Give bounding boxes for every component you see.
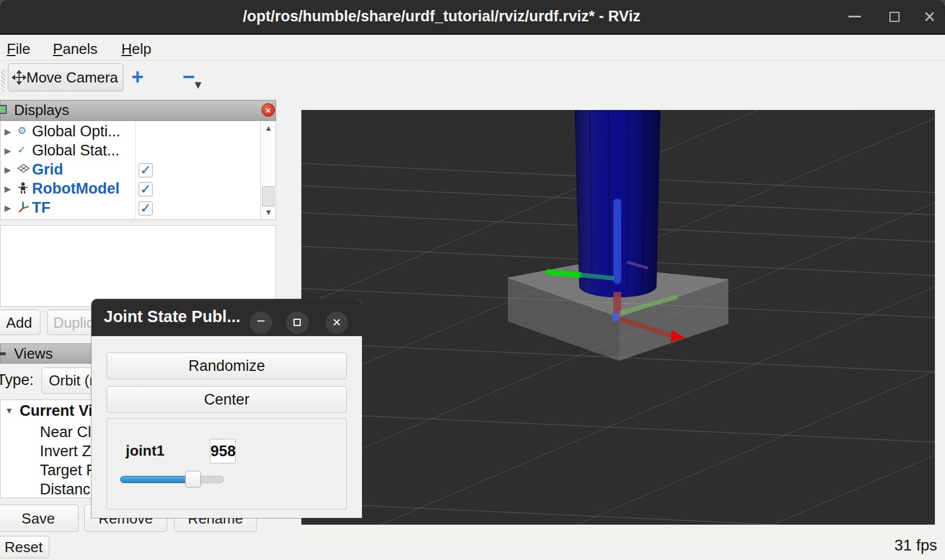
fps-counter: 31 fps: [864, 536, 937, 554]
add-display-button[interactable]: Add: [0, 310, 40, 335]
z-axis-rod: [613, 199, 621, 284]
viewport-3d-scene: [301, 110, 935, 525]
expander-icon[interactable]: ▶: [4, 146, 11, 156]
scroll-up-icon[interactable]: ▲: [261, 121, 276, 135]
tf-axes-icon: [17, 201, 30, 214]
render-viewport[interactable]: [301, 110, 935, 525]
window-minimize-icon[interactable]: [848, 16, 861, 17]
distance-label[interactable]: Distanc: [40, 481, 90, 498]
randomize-button[interactable]: Randomize: [107, 352, 347, 379]
dialog-title: Joint State Publ...: [104, 307, 240, 326]
current-view-label[interactable]: Current Vi: [20, 402, 93, 420]
gear-icon: ⚙: [17, 125, 30, 138]
expander-icon[interactable]: ▶: [4, 165, 11, 175]
reset-button[interactable]: Reset: [0, 536, 49, 558]
joint1-slider[interactable]: [120, 471, 224, 488]
row-label[interactable]: Global Stat...: [32, 142, 120, 159]
robotmodel-checkbox[interactable]: ✓: [139, 182, 153, 196]
toolbar: Move Camera + − ▼: [0, 61, 945, 99]
displays-close-icon[interactable]: ×: [262, 103, 275, 117]
menu-file[interactable]: File: [4, 39, 33, 59]
toolbar-overflow-icon[interactable]: ▼: [192, 79, 204, 91]
view-type-label: Type:: [0, 371, 34, 389]
joint-slider-fill: [120, 476, 193, 483]
grid-checkbox[interactable]: ✓: [139, 163, 153, 177]
expander-icon[interactable]: ▶: [4, 127, 11, 137]
status-ok-icon: ✓: [17, 144, 30, 157]
target-frame-label[interactable]: Target F: [40, 462, 95, 479]
grid-display-icon: [17, 163, 30, 176]
move-camera-button[interactable]: Move Camera: [8, 63, 123, 91]
menu-panels[interactable]: Panels: [51, 39, 100, 59]
add-tool-icon[interactable]: +: [131, 65, 144, 89]
expander-icon[interactable]: ▶: [4, 203, 11, 213]
tree-row-robotmodel[interactable]: ▶ RobotModel ✓: [1, 180, 259, 199]
robot-model-icon: [17, 182, 30, 195]
row-label[interactable]: TF: [32, 199, 51, 217]
move-camera-label: Move Camera: [26, 69, 118, 86]
rviz-window: /opt/ros/humble/share/urdf_tutorial/rviz…: [0, 0, 945, 560]
panel-splitter[interactable]: ······: [0, 220, 276, 225]
tf-origin-blue: [612, 313, 619, 321]
window-maximize-icon[interactable]: [889, 12, 900, 22]
scroll-down-icon[interactable]: ▼: [261, 205, 276, 219]
near-clip-label[interactable]: Near Cli: [40, 424, 95, 441]
tree-row-global-status[interactable]: ▶ ✓ Global Stat...: [1, 142, 259, 161]
dialog-titlebar[interactable]: Joint State Publ... − ×: [91, 299, 362, 336]
menu-help[interactable]: Help: [119, 39, 153, 59]
joint1-value-field[interactable]: 958: [210, 439, 236, 463]
display-description-area: [0, 225, 276, 307]
displays-panel-header[interactable]: Displays ×: [0, 100, 276, 121]
expander-icon[interactable]: ▶: [4, 184, 11, 194]
expander-open-icon[interactable]: ▼: [5, 406, 13, 415]
tree-scrollbar[interactable]: ▲ ▼: [260, 121, 276, 219]
window-titlebar[interactable]: /opt/ros/humble/share/urdf_tutorial/rviz…: [0, 0, 945, 35]
displays-tree: ▶ ⚙ Global Opti... ▶ ✓ Global Stat... ▶ …: [0, 121, 276, 220]
tree-row-global-options[interactable]: ▶ ⚙ Global Opti...: [1, 123, 259, 142]
displays-panel-icon: [0, 105, 7, 114]
row-label[interactable]: RobotModel: [32, 180, 120, 198]
dialog-minimize-icon[interactable]: −: [250, 311, 272, 334]
joint-state-publisher-dialog[interactable]: Joint State Publ... − × Randomize Center…: [91, 299, 362, 518]
window-close-icon[interactable]: ×: [924, 4, 935, 39]
views-panel-title: Views: [14, 345, 53, 362]
window-title: /opt/ros/humble/share/urdf_tutorial/rviz…: [0, 8, 883, 25]
row-label[interactable]: Grid: [32, 161, 63, 178]
tf-checkbox[interactable]: ✓: [139, 201, 153, 215]
scrollbar-thumb[interactable]: [262, 186, 274, 206]
tree-row-grid[interactable]: ▶ Grid ✓: [1, 161, 259, 180]
invert-z-label[interactable]: Invert Z: [40, 443, 91, 460]
dialog-maximize-icon[interactable]: [286, 311, 309, 334]
toolbar-drag-handle[interactable]: [1, 70, 5, 93]
center-button[interactable]: Center: [107, 386, 347, 413]
row-label[interactable]: Global Opti...: [32, 123, 121, 140]
tree-row-tf[interactable]: ▶ TF ✓: [1, 199, 259, 218]
y-axis-green-bright: [548, 272, 580, 275]
joint1-label: joint1: [126, 442, 164, 460]
menu-bar: File Panels Help: [0, 36, 945, 61]
move-camera-icon: [12, 70, 26, 85]
slider-handle[interactable]: [185, 471, 201, 488]
views-panel-icon: [0, 352, 6, 355]
save-view-button[interactable]: Save: [0, 504, 79, 532]
displays-panel-title: Displays: [14, 102, 69, 119]
dialog-close-icon[interactable]: ×: [325, 311, 348, 334]
joints-groupbox: joint1 958: [107, 418, 347, 509]
